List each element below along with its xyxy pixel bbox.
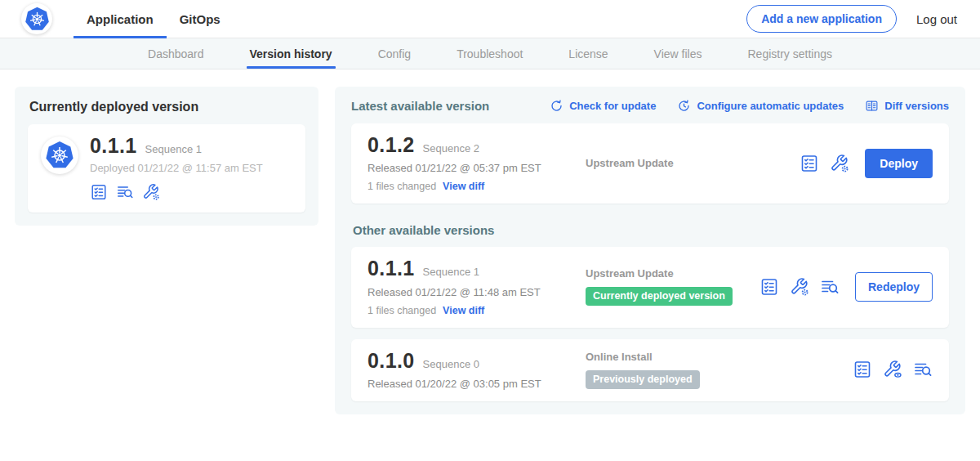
diff-versions-label: Diff versions <box>884 100 949 112</box>
version-sequence: Sequence 1 <box>423 266 479 278</box>
deploy-button[interactable]: Deploy <box>865 149 933 178</box>
edit-config-icon[interactable] <box>830 154 849 173</box>
deployed-info: 0.1.1 Sequence 1 Deployed 01/21/22 @ 11:… <box>90 135 263 201</box>
release-notes-icon[interactable] <box>760 277 779 297</box>
deployed-version-line: 0.1.1 Sequence 1 <box>90 135 263 156</box>
view-diff-link[interactable]: View diff <box>443 305 484 316</box>
app-header: Application GitOps Add a new application… <box>0 0 980 38</box>
available-actions: Check for update Configure automatic upd… <box>550 99 949 113</box>
tab-application[interactable]: Application <box>74 0 167 38</box>
available-versions-panel: Latest available version Check for updat… <box>335 87 965 414</box>
release-notes-icon[interactable] <box>90 183 108 201</box>
subnav-tab-license[interactable]: License <box>568 38 608 69</box>
files-changed-text: 1 files changed <box>368 305 436 316</box>
subnav-tab-troubleshoot[interactable]: Troubleshoot <box>457 38 523 69</box>
app-subnav: Dashboard Version history Config Trouble… <box>0 38 980 69</box>
kubernetes-icon <box>45 141 74 170</box>
edit-config-icon[interactable] <box>142 183 160 201</box>
view-logs-icon[interactable] <box>820 277 840 297</box>
kubernetes-logo <box>21 3 52 34</box>
diff-versions-icon <box>865 99 879 113</box>
check-for-update-link[interactable]: Check for update <box>550 99 656 113</box>
app-avatar <box>41 137 78 174</box>
version-source: Upstream Update Currently deployed versi… <box>576 267 760 306</box>
released-timestamp: Released 01/21/22 @ 11:48 am EST <box>368 286 576 298</box>
edit-config-icon[interactable] <box>790 277 809 297</box>
deployed-version: 0.1.1 <box>90 135 137 156</box>
currently-deployed-card: 0.1.1 Sequence 1 Deployed 01/21/22 @ 11:… <box>28 124 305 213</box>
version-info: 0.1.1 Sequence 1 Released 01/21/22 @ 11:… <box>368 257 576 316</box>
redeploy-button[interactable]: Redeploy <box>855 272 933 302</box>
main-content: Currently deployed version 0.1.1 Sequenc… <box>0 69 980 432</box>
version-sequence: Sequence 2 <box>423 142 479 154</box>
configure-automatic-updates-link[interactable]: Configure automatic updates <box>677 99 844 113</box>
version-card-0-1-1: 0.1.1 Sequence 1 Released 01/21/22 @ 11:… <box>351 247 949 327</box>
version-number: 0.1.1 <box>368 257 415 279</box>
subnav-tab-version-history[interactable]: Version history <box>250 38 332 69</box>
deployed-sequence: Sequence 1 <box>145 143 202 155</box>
version-line: 0.1.0 Sequence 0 <box>368 350 576 371</box>
subnav-tab-dashboard[interactable]: Dashboard <box>148 38 204 69</box>
subnav-tab-registry-settings[interactable]: Registry settings <box>748 38 832 69</box>
version-actions: Redeploy <box>760 272 933 302</box>
source-label: Upstream Update <box>586 267 760 280</box>
currently-deployed-title: Currently deployed version <box>29 100 305 114</box>
view-logs-icon[interactable] <box>116 183 134 201</box>
currently-deployed-panel: Currently deployed version 0.1.1 Sequenc… <box>15 87 318 226</box>
subnav-tab-view-files[interactable]: View files <box>654 38 702 69</box>
version-number: 0.1.2 <box>368 134 415 155</box>
currently-deployed-badge: Currently deployed version <box>586 287 733 306</box>
version-info: 0.1.0 Sequence 0 Released 01/20/22 @ 03:… <box>368 350 576 390</box>
release-notes-icon[interactable] <box>853 360 872 379</box>
version-line: 0.1.1 Sequence 1 <box>368 257 576 279</box>
source-label: Upstream Update <box>586 157 800 169</box>
header-right: Add a new application Log out <box>746 5 957 33</box>
deployed-timestamp: Deployed 01/21/22 @ 11:57 am EST <box>90 162 263 174</box>
diff-versions-link[interactable]: Diff versions <box>865 99 949 113</box>
add-application-button[interactable]: Add a new application <box>746 5 897 33</box>
configure-automatic-updates-label: Configure automatic updates <box>697 100 844 112</box>
version-number: 0.1.0 <box>368 350 415 371</box>
version-card-0-1-0: 0.1.0 Sequence 0 Released 01/20/22 @ 03:… <box>351 339 949 401</box>
check-for-update-label: Check for update <box>569 100 656 112</box>
version-source: Upstream Update <box>576 157 800 169</box>
released-timestamp: Released 01/21/22 @ 05:37 pm EST <box>368 162 576 174</box>
deployed-actions <box>90 183 263 201</box>
tab-gitops[interactable]: GitOps <box>167 0 234 38</box>
version-source: Online Install Previously deployed <box>576 351 853 389</box>
version-sequence: Sequence 0 <box>423 358 479 370</box>
latest-available-title: Latest available version <box>351 99 489 113</box>
version-line: 0.1.2 Sequence 2 <box>368 134 576 155</box>
header-tabs: Application GitOps <box>74 0 234 38</box>
schedule-update-icon <box>677 99 691 113</box>
files-changed-text: 1 files changed <box>368 181 436 192</box>
kubernetes-icon <box>24 7 50 32</box>
version-card-0-1-2: 0.1.2 Sequence 2 Released 01/21/22 @ 05:… <box>351 123 949 204</box>
subnav-tab-config[interactable]: Config <box>378 38 411 69</box>
view-diff-link[interactable]: View diff <box>443 181 484 192</box>
version-info: 0.1.2 Sequence 2 Released 01/21/22 @ 05:… <box>368 134 576 192</box>
files-changed-line: 1 files changed View diff <box>368 181 576 192</box>
version-actions <box>853 360 933 379</box>
available-header: Latest available version Check for updat… <box>351 99 949 113</box>
refresh-icon <box>550 99 564 113</box>
view-logs-icon[interactable] <box>913 360 933 379</box>
release-notes-icon[interactable] <box>800 154 819 173</box>
preflight-config-icon[interactable] <box>883 360 902 379</box>
logout-link[interactable]: Log out <box>916 12 957 26</box>
source-label: Online Install <box>586 351 853 363</box>
previously-deployed-badge: Previously deployed <box>586 370 700 389</box>
released-timestamp: Released 01/20/22 @ 03:05 pm EST <box>368 378 576 390</box>
files-changed-line: 1 files changed View diff <box>368 305 576 316</box>
other-available-versions-title: Other available versions <box>353 223 949 237</box>
version-actions: Deploy <box>800 149 933 178</box>
